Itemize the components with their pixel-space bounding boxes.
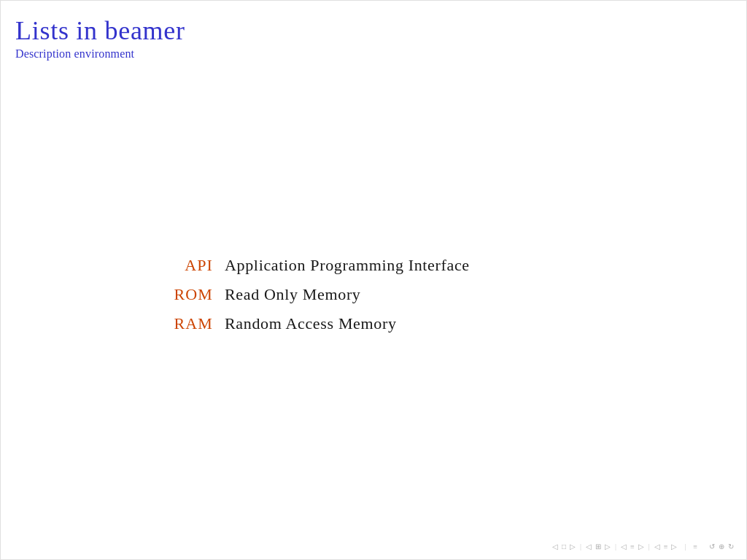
dl-def-rom: Read Only Memory	[225, 285, 361, 304]
nav-divider2: |	[615, 542, 616, 551]
slide: Lists in beamer Description environment …	[0, 0, 747, 560]
slide-subtitle: Description environment	[15, 47, 732, 61]
list-item: API Application Programming Interface	[155, 256, 592, 275]
navigation-controls: ◁ □ ▷ | ◁ ⊞ ▷ | ◁ ≡ ▷ | ◁ ≡ ▷ | ≡ ↺ ⊕ ↻	[551, 542, 735, 551]
dl-term-rom: ROM	[155, 285, 213, 304]
list-item: RAM Random Access Memory	[155, 314, 592, 333]
nav-prev-subsection-icon[interactable]: ◁	[654, 542, 661, 551]
slide-footer: ◁ □ ▷ | ◁ ⊞ ▷ | ◁ ≡ ▷ | ◁ ≡ ▷ | ≡ ↺ ⊕ ↻	[1, 533, 746, 559]
nav-next-page-icon[interactable]: ▷	[604, 542, 611, 551]
dl-term-ram: RAM	[155, 314, 213, 333]
nav-icon-box[interactable]: □	[561, 542, 567, 551]
nav-search-icon[interactable]: ↺	[708, 542, 716, 551]
nav-next-frame-icon[interactable]: ▷	[569, 542, 576, 551]
slide-header: Lists in beamer Description environment	[1, 1, 746, 66]
dl-def-api: Application Programming Interface	[225, 256, 470, 275]
nav-next-section-icon[interactable]: ▷	[638, 542, 645, 551]
nav-prev-page-icon[interactable]: ◁	[585, 542, 592, 551]
nav-zoom-icon[interactable]: ⊕	[718, 542, 725, 551]
nav-icon-grid[interactable]: ⊞	[595, 542, 602, 551]
slide-title: Lists in beamer	[15, 15, 732, 46]
dl-term-api: API	[155, 256, 213, 275]
nav-icon-lines2[interactable]: ≡	[663, 542, 669, 551]
nav-settings-icon[interactable]: ↻	[727, 542, 735, 551]
nav-icon-lines[interactable]: ≡	[630, 542, 635, 551]
slide-content: API Application Programming Interface RO…	[1, 66, 746, 533]
nav-prev-section-icon[interactable]: ◁	[620, 542, 627, 551]
list-item: ROM Read Only Memory	[155, 285, 592, 304]
nav-divider3: |	[649, 542, 650, 551]
nav-align-icon[interactable]: ≡	[692, 542, 698, 551]
description-list: API Application Programming Interface RO…	[155, 256, 592, 343]
nav-next-subsection-icon[interactable]: ▷	[670, 542, 678, 551]
nav-prev-frame-icon[interactable]: ◁	[551, 542, 559, 551]
dl-def-ram: Random Access Memory	[225, 314, 397, 333]
nav-divider4: |	[684, 542, 686, 551]
nav-divider: |	[580, 542, 581, 551]
